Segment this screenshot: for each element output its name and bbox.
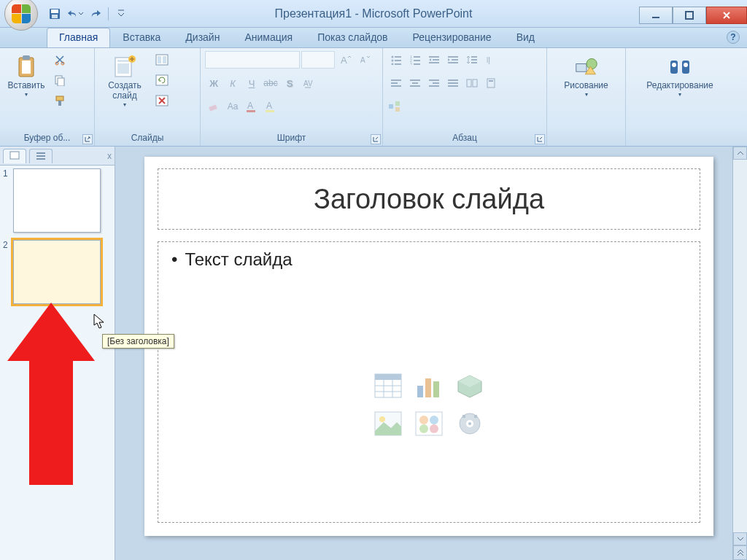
help-button[interactable]: ? (727, 31, 740, 44)
strikethrough-button[interactable]: abc (262, 74, 279, 92)
svg-point-94 (419, 416, 428, 424)
tab-design[interactable]: Дизайн (173, 28, 232, 47)
window-controls (639, 4, 747, 24)
scroll-down-button[interactable] (733, 532, 747, 545)
title-placeholder[interactable]: Заголовок слайда (158, 168, 700, 230)
insert-chart-button[interactable] (411, 370, 446, 402)
svg-point-73 (587, 58, 597, 69)
maximize-button[interactable] (673, 7, 706, 24)
insert-smartart-button[interactable] (452, 370, 487, 402)
slide-thumbnail[interactable] (13, 240, 101, 304)
font-family-combo[interactable] (205, 51, 300, 69)
qat-customize-button[interactable] (113, 6, 129, 22)
align-text-button[interactable] (482, 74, 500, 92)
align-left-button[interactable] (387, 74, 405, 92)
highlight-button[interactable]: A (262, 98, 279, 115)
svg-text:A: A (360, 56, 365, 64)
svg-text:AV: AV (303, 79, 313, 88)
bold-button[interactable]: Ж (205, 74, 222, 92)
columns-button[interactable] (463, 74, 481, 92)
increase-indent-button[interactable] (444, 51, 462, 69)
panel-close-button[interactable]: x (107, 151, 112, 161)
paste-button[interactable]: Вставить ▾ (4, 51, 48, 101)
tab-view[interactable]: Вид (504, 28, 547, 47)
undo-button[interactable] (67, 6, 83, 22)
underline-button[interactable]: Ч (243, 74, 260, 92)
slide-canvas[interactable]: Заголовок слайда Текст слайда (144, 157, 713, 536)
paragraph-dialog-launcher[interactable] (535, 134, 545, 144)
outline-tab[interactable] (29, 149, 53, 163)
insert-table-button[interactable] (371, 370, 406, 402)
editing-button[interactable]: Редактирование ▾ (630, 51, 729, 101)
convert-to-smartart-button[interactable] (387, 98, 403, 115)
body-placeholder[interactable]: Текст слайда (158, 241, 700, 523)
align-right-button[interactable] (425, 74, 443, 92)
insert-picture-button[interactable] (371, 408, 406, 440)
numbering-button[interactable]: 123 (406, 51, 424, 69)
justify-button[interactable] (444, 74, 462, 92)
change-case-button[interactable]: Aa (224, 98, 241, 115)
tab-review[interactable]: Рецензирование (400, 28, 504, 47)
shrink-font-button[interactable]: A (355, 51, 373, 69)
grow-font-button[interactable]: A (336, 51, 354, 69)
decrease-indent-button[interactable] (425, 51, 443, 69)
tab-animation[interactable]: Анимация (232, 28, 305, 47)
save-button[interactable] (47, 6, 63, 22)
bullets-button[interactable] (387, 51, 405, 69)
text-shadow-button[interactable]: S (281, 74, 298, 92)
scroll-up-button[interactable] (733, 147, 747, 160)
font-color-button[interactable]: A (243, 98, 260, 115)
align-center-button[interactable] (406, 74, 424, 92)
format-painter-button[interactable] (51, 92, 69, 109)
group-drawing: Рисование ▾ (547, 48, 626, 146)
minimize-button[interactable] (639, 7, 673, 24)
font-dialog-launcher[interactable] (371, 134, 381, 144)
insert-clipart-button[interactable] (411, 408, 446, 440)
character-spacing-button[interactable]: AV (300, 74, 317, 92)
delete-slide-button[interactable] (153, 92, 171, 109)
vertical-scrollbar[interactable] (732, 147, 747, 560)
italic-button[interactable]: К (224, 74, 241, 92)
svg-rect-21 (156, 75, 168, 85)
svg-rect-93 (416, 412, 442, 435)
close-button[interactable] (706, 7, 747, 24)
office-button[interactable] (4, 0, 38, 31)
tab-home[interactable]: Главная (47, 28, 110, 47)
svg-rect-1 (51, 9, 58, 13)
dialog-launcher-icon (85, 136, 90, 142)
drawing-button[interactable]: Рисование ▾ (551, 51, 621, 101)
thumbnail-2[interactable]: 2 (3, 240, 112, 304)
font-size-combo[interactable] (301, 51, 335, 69)
cut-button[interactable] (51, 51, 69, 69)
thumbnail-1[interactable]: 1 (3, 168, 112, 233)
svg-rect-65 (467, 79, 471, 87)
svg-rect-55 (391, 85, 401, 87)
copy-button[interactable] (51, 71, 69, 89)
slide-thumbnail[interactable] (13, 168, 101, 233)
insert-media-button[interactable] (452, 408, 487, 440)
annotation-arrow-icon (7, 303, 117, 492)
svg-rect-81 (36, 158, 45, 160)
text-direction-button[interactable]: lĮ (482, 51, 500, 69)
svg-text:A: A (266, 101, 272, 111)
svg-rect-43 (429, 56, 439, 58)
prev-slide-button[interactable] (733, 545, 747, 560)
svg-point-95 (430, 416, 438, 424)
svg-rect-28 (247, 110, 255, 112)
reset-slide-button[interactable] (153, 71, 171, 89)
slides-tab[interactable] (3, 149, 26, 163)
svg-rect-54 (391, 82, 398, 84)
line-spacing-button[interactable] (463, 51, 481, 69)
scroll-track[interactable] (733, 160, 747, 531)
new-slide-icon (113, 55, 136, 79)
tab-slideshow[interactable]: Показ слайдов (305, 28, 400, 47)
title-bar: Презентация1 - Microsoft PowerPoint (0, 0, 747, 28)
new-slide-button[interactable]: Создать слайд ▾ (99, 51, 150, 112)
clipboard-dialog-launcher[interactable] (82, 134, 93, 144)
redo-button[interactable] (88, 6, 104, 22)
slide-layout-button[interactable] (153, 51, 171, 69)
tab-insert[interactable]: Вставка (110, 28, 173, 47)
align-right-icon (428, 78, 440, 88)
svg-rect-42 (414, 63, 420, 65)
clear-format-button[interactable] (205, 98, 222, 115)
